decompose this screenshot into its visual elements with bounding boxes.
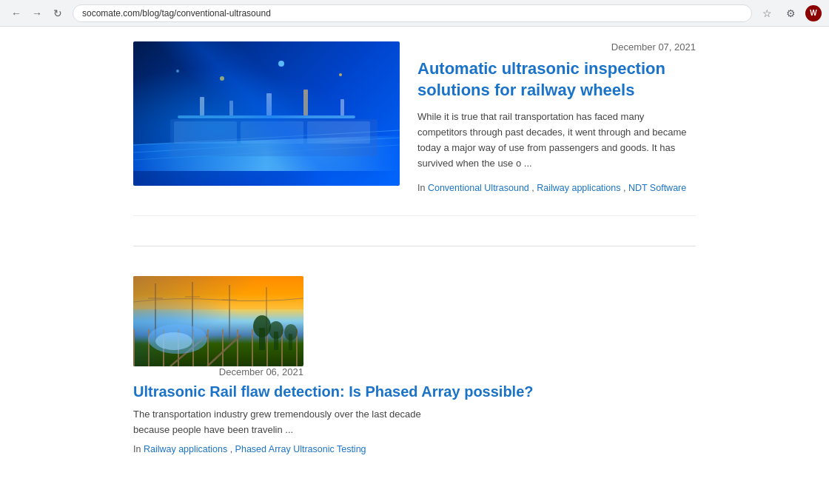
forward-button[interactable]: → (28, 4, 46, 22)
article-2-excerpt: The transportation industry grew tremend… (133, 407, 429, 438)
article-1-meta: December 07, 2021 Automatic ultrasonic i… (417, 41, 696, 193)
page-content: December 07, 2021 Automatic ultrasonic i… (0, 27, 829, 499)
refresh-button[interactable]: ↻ (49, 4, 67, 22)
svg-rect-4 (200, 97, 204, 115)
svg-line-1 (133, 138, 400, 152)
extensions-button[interactable]: ⚙ (782, 4, 799, 22)
svg-line-25 (207, 335, 241, 366)
svg-rect-9 (170, 119, 377, 156)
back-button[interactable]: ← (7, 4, 25, 22)
svg-rect-12 (307, 121, 370, 144)
svg-rect-8 (340, 99, 344, 115)
article-1-excerpt: While it is true that rail transportatio… (417, 110, 696, 171)
extension-icon[interactable]: W (805, 5, 822, 21)
article-2-thumbnail (133, 276, 303, 366)
article-card-2: December 06, 2021 Ultrasonic Rail flaw d… (133, 276, 577, 454)
svg-rect-34 (133, 276, 303, 309)
article-2-svg (133, 276, 303, 366)
article-2-tag-2[interactable]: Phased Array Ultrasonic Testing (235, 444, 366, 454)
svg-rect-6 (266, 93, 272, 115)
svg-point-33 (284, 324, 298, 340)
article-1-tag-3[interactable]: NDT Software (628, 183, 686, 193)
svg-rect-10 (174, 121, 237, 144)
article-1-tags-in-label: In (417, 183, 428, 193)
article-2-date: December 06, 2021 (133, 366, 303, 377)
article-divider (133, 246, 696, 246)
svg-point-13 (220, 76, 224, 81)
article-2-tags: In Railway applications , Phased Array U… (133, 444, 577, 454)
url-text: socomate.com/blog/tag/conventional-ultra… (82, 8, 271, 19)
article-card-1: December 07, 2021 Automatic ultrasonic i… (133, 41, 696, 216)
article-1-tag-2[interactable]: Railway applications (537, 183, 620, 193)
browser-nav-controls[interactable]: ← → ↻ (7, 4, 67, 22)
article-1-date: December 07, 2021 (417, 41, 696, 53)
article-1-tag-1[interactable]: Conventional Ultrasound (428, 183, 529, 193)
svg-point-14 (278, 61, 284, 67)
article-1-tag-separator-2: , (623, 183, 628, 193)
article-1-image (133, 41, 400, 193)
browser-toolbar-icons: ☆ ⚙ W (758, 4, 822, 22)
svg-point-15 (339, 73, 342, 76)
address-bar[interactable]: socomate.com/blog/tag/conventional-ultra… (73, 4, 752, 22)
train-detail-overlay (133, 127, 400, 171)
svg-rect-3 (178, 115, 355, 118)
article-2-tags-in-label: In (133, 444, 144, 454)
article-1-thumbnail (133, 41, 400, 186)
browser-chrome: ← → ↻ socomate.com/blog/tag/conventional… (0, 0, 829, 27)
svg-rect-7 (303, 90, 308, 115)
article-1-tags: In Conventional Ultrasound , Railway app… (417, 183, 696, 193)
article-2-tag-separator-1: , (230, 444, 235, 454)
article-2-title[interactable]: Ultrasonic Rail flaw detection: Is Phase… (133, 382, 577, 401)
svg-rect-5 (229, 101, 233, 115)
svg-point-27 (155, 332, 192, 350)
svg-point-31 (269, 321, 283, 339)
svg-point-29 (253, 315, 271, 337)
article-1-svg (133, 41, 400, 186)
svg-point-16 (176, 70, 179, 73)
article-2-tag-1[interactable]: Railway applications (144, 444, 227, 454)
svg-line-0 (133, 130, 400, 145)
svg-rect-11 (241, 121, 303, 144)
bookmark-button[interactable]: ☆ (758, 4, 776, 22)
svg-line-2 (133, 145, 400, 160)
article-1-title[interactable]: Automatic ultrasonic inspection solution… (417, 58, 696, 101)
